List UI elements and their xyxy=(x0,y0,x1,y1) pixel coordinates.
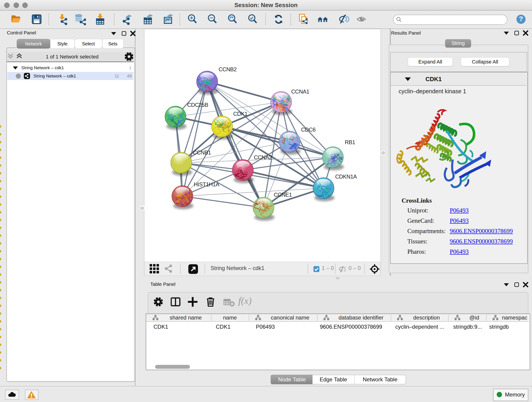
svg-text:HIST1H1A: HIST1H1A xyxy=(194,181,219,187)
svg-text:CDKN1A: CDKN1A xyxy=(335,173,357,180)
svg-text:CDC6: CDC6 xyxy=(301,127,316,133)
svg-text:CDK1: CDK1 xyxy=(233,111,247,117)
svg-text:CCNB1: CCNB1 xyxy=(193,149,211,156)
svg-text:?: ? xyxy=(519,15,523,22)
svg-text:CDC25B: CDC25B xyxy=(187,102,208,108)
svg-text:CCNA2: CCNA2 xyxy=(254,154,272,160)
svg-text:CCNA1: CCNA1 xyxy=(291,89,309,95)
svg-text:CCNB2: CCNB2 xyxy=(219,66,237,72)
svg-text:CCNE1: CCNE1 xyxy=(274,191,292,198)
svg-text:RB1: RB1 xyxy=(345,139,355,145)
